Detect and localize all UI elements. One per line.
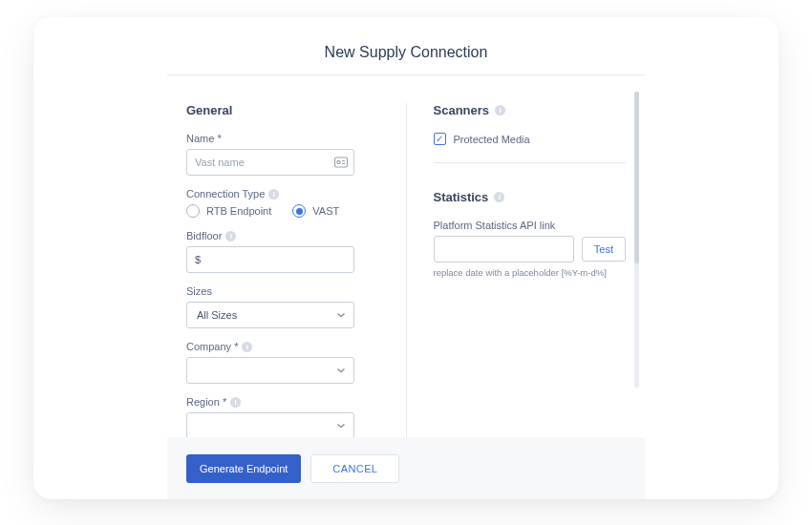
info-icon: i: [230, 397, 241, 408]
radio-vast[interactable]: VAST: [292, 204, 339, 218]
generate-endpoint-button[interactable]: Generate Endpoint: [186, 454, 301, 483]
cancel-button[interactable]: CANCEL: [310, 454, 399, 483]
sizes-select[interactable]: All Sizes: [186, 302, 354, 328]
region-select[interactable]: [186, 412, 354, 437]
protected-media-label: Protected Media: [454, 134, 530, 145]
api-helper-text: replace date with a placeholder [%Y-m-d%…: [434, 267, 627, 278]
right-column: Scanners i ✓ Protected Media Statistics …: [406, 103, 627, 437]
api-link-label: Platform Statistics API link: [434, 220, 627, 231]
chevron-down-icon: [336, 366, 346, 375]
bidfloor-label: Bidfloor: [186, 230, 222, 242]
radio-rtb-endpoint[interactable]: RTB Endpoint: [186, 204, 271, 218]
divider: [167, 74, 645, 75]
card-icon: [333, 155, 349, 170]
sizes-label: Sizes: [186, 285, 379, 297]
chevron-down-icon: [336, 310, 346, 320]
info-icon: i: [494, 192, 504, 202]
scanners-heading: Scanners: [434, 103, 490, 117]
general-heading: General: [186, 103, 379, 117]
divider: [434, 162, 627, 163]
info-icon: i: [268, 189, 279, 200]
name-input[interactable]: [186, 149, 354, 176]
radio-rtb-label: RTB Endpoint: [206, 205, 271, 217]
radio-icon: [292, 204, 306, 218]
info-icon: i: [242, 342, 252, 352]
name-label: Name *: [186, 133, 379, 144]
region-label: Region *: [186, 396, 226, 408]
sizes-value: All Sizes: [197, 309, 237, 321]
bidfloor-input[interactable]: [186, 246, 354, 273]
connection-type-label: Connection Type: [186, 188, 265, 200]
general-section: General Name * Connection Type i: [186, 103, 379, 437]
content-area: General Name * Connection Type i: [33, 86, 779, 437]
modal-card: New Supply Connection General Name * Con…: [33, 17, 779, 499]
radio-icon: [186, 204, 200, 218]
api-link-input[interactable]: [434, 236, 574, 262]
info-icon: i: [495, 105, 505, 116]
checkbox-icon: ✓: [434, 133, 446, 145]
statistics-heading: Statistics: [434, 190, 489, 204]
radio-vast-label: VAST: [312, 205, 339, 217]
protected-media-checkbox[interactable]: ✓ Protected Media: [434, 133, 627, 145]
page-title: New Supply Connection: [33, 17, 779, 74]
test-button[interactable]: Test: [582, 237, 626, 262]
svg-point-1: [337, 160, 340, 163]
company-label: Company *: [186, 341, 238, 352]
info-icon: i: [225, 231, 236, 242]
footer: Generate Endpoint CANCEL: [167, 437, 645, 499]
company-select[interactable]: [186, 357, 354, 384]
chevron-down-icon: [336, 421, 346, 430]
